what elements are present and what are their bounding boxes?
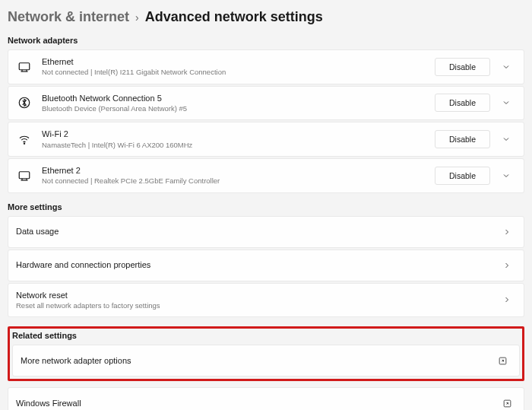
svg-point-5 <box>24 143 24 144</box>
setting-row-network-reset[interactable]: Network reset Reset all network adapters… <box>8 283 524 318</box>
adapter-sub: NamasteTech | Intel(R) Wi-Fi 6 AX200 160… <box>42 141 435 150</box>
adapter-title: Ethernet 2 <box>42 165 435 176</box>
bluetooth-icon <box>16 94 33 111</box>
setting-row-more-adapter-options[interactable]: More network adapter options <box>12 345 520 377</box>
breadcrumb-parent[interactable]: Network & internet <box>8 9 129 25</box>
chevron-right-icon <box>498 291 516 309</box>
adapter-title: Wi-Fi 2 <box>42 129 435 139</box>
related-list: More network adapter options <box>12 345 520 377</box>
section-label-more: More settings <box>8 202 524 211</box>
adapter-row[interactable]: Ethernet 2 Not connected | Realtek PCIe … <box>8 158 524 193</box>
setting-text: More network adapter options <box>21 355 493 366</box>
section-label-adapters: Network adapters <box>8 36 524 45</box>
chevron-down-icon[interactable] <box>496 93 516 113</box>
adapter-text: Ethernet Not connected | Intel(R) I211 G… <box>42 56 435 78</box>
adapter-title: Ethernet <box>42 56 435 67</box>
external-link-icon <box>493 351 511 370</box>
breadcrumb: Network & internet › Advanced network se… <box>8 9 524 25</box>
setting-row-data-usage[interactable]: Data usage <box>8 216 524 248</box>
chevron-right-icon <box>498 223 516 241</box>
setting-text: Hardware and connection properties <box>16 259 498 270</box>
external-link-icon <box>498 394 516 410</box>
adapter-list: Ethernet Not connected | Intel(R) I211 G… <box>8 49 524 193</box>
setting-title: Hardware and connection properties <box>16 259 498 270</box>
disable-button[interactable]: Disable <box>435 94 490 112</box>
adapter-sub: Not connected | Realtek PCIe 2.5GbE Fami… <box>42 176 435 186</box>
svg-rect-6 <box>19 171 30 178</box>
setting-title: Windows Firewall <box>16 398 498 408</box>
setting-text: Data usage <box>16 226 498 237</box>
chevron-right-icon <box>498 256 516 275</box>
adapter-row[interactable]: Bluetooth Network Connection 5 Bluetooth… <box>8 86 524 121</box>
setting-row-hardware[interactable]: Hardware and connection properties <box>8 249 524 281</box>
chevron-down-icon[interactable] <box>496 129 516 149</box>
more-list: Data usage Hardware and connection prope… <box>8 216 524 318</box>
adapter-text: Wi-Fi 2 NamasteTech | Intel(R) Wi-Fi 6 A… <box>42 129 435 150</box>
chevron-down-icon[interactable] <box>496 57 516 77</box>
ethernet-icon <box>16 167 33 184</box>
adapter-sub: Not connected | Intel(R) I211 Gigabit Ne… <box>42 68 435 77</box>
related-list-extra: Windows Firewall <box>8 387 524 410</box>
setting-text: Network reset Reset all network adapters… <box>16 290 498 311</box>
highlight-box: Related settings More network adapter op… <box>8 326 524 381</box>
setting-title: Network reset <box>16 290 498 300</box>
chevron-right-icon: › <box>135 11 139 24</box>
page-title: Advanced network settings <box>145 9 323 25</box>
adapter-text: Bluetooth Network Connection 5 Bluetooth… <box>42 93 435 114</box>
adapter-row[interactable]: Wi-Fi 2 NamasteTech | Intel(R) Wi-Fi 6 A… <box>8 122 524 157</box>
ethernet-icon <box>16 59 33 75</box>
section-label-related: Related settings <box>12 331 520 340</box>
setting-title: Data usage <box>16 226 498 237</box>
adapter-sub: Bluetooth Device (Personal Area Network)… <box>42 104 435 113</box>
setting-sub: Reset all network adapters to factory se… <box>16 301 498 310</box>
disable-button[interactable]: Disable <box>435 167 490 185</box>
adapter-row[interactable]: Ethernet Not connected | Intel(R) I211 G… <box>8 49 524 84</box>
adapter-text: Ethernet 2 Not connected | Realtek PCIe … <box>42 165 435 186</box>
wifi-icon <box>16 131 33 148</box>
setting-row-windows-firewall[interactable]: Windows Firewall <box>8 387 524 410</box>
disable-button[interactable]: Disable <box>435 58 490 76</box>
disable-button[interactable]: Disable <box>435 130 490 148</box>
adapter-title: Bluetooth Network Connection 5 <box>42 93 435 103</box>
setting-title: More network adapter options <box>21 355 493 366</box>
chevron-down-icon[interactable] <box>496 166 516 186</box>
setting-text: Windows Firewall <box>16 398 498 408</box>
svg-rect-0 <box>19 63 30 70</box>
